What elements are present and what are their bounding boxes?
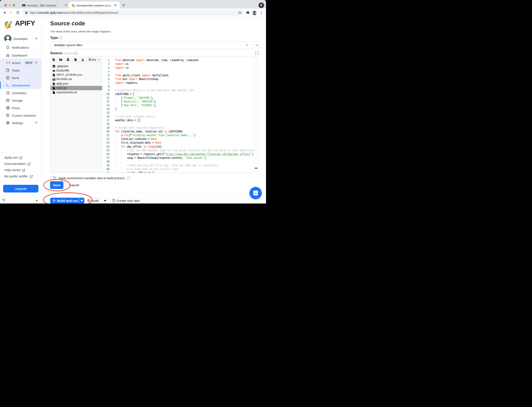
svg-text:</>: </> <box>53 84 55 85</box>
svg-text:M: M <box>53 79 54 80</box>
svg-text:</>: </> <box>53 75 55 76</box>
svg-text:git: git <box>53 65 55 67</box>
svg-text:?: ? <box>76 52 77 55</box>
svg-text:?: ? <box>60 37 61 39</box>
svg-text:BBC: BBC <box>23 5 25 6</box>
svg-text:?: ? <box>128 177 129 179</box>
